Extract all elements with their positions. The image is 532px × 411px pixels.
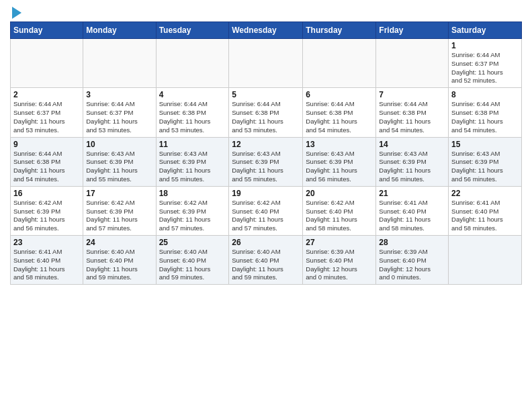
day-info: Sunrise: 6:44 AM Sunset: 6:38 PM Dayligh… [232, 100, 300, 134]
calendar-week-row: 16Sunrise: 6:42 AM Sunset: 6:39 PM Dayli… [11, 186, 522, 235]
day-number: 15 [451, 140, 519, 149]
calendar-cell: 28Sunrise: 6:39 AM Sunset: 6:40 PM Dayli… [376, 236, 449, 285]
day-number: 3 [86, 90, 152, 99]
day-info: Sunrise: 6:40 AM Sunset: 6:40 PM Dayligh… [159, 248, 226, 282]
day-info: Sunrise: 6:44 AM Sunset: 6:38 PM Dayligh… [159, 100, 226, 134]
day-info: Sunrise: 6:44 AM Sunset: 6:38 PM Dayligh… [306, 100, 373, 134]
day-info: Sunrise: 6:44 AM Sunset: 6:37 PM Dayligh… [13, 100, 80, 134]
day-number: 19 [232, 189, 300, 198]
header [10, 7, 522, 19]
calendar-cell: 25Sunrise: 6:40 AM Sunset: 6:40 PM Dayli… [156, 236, 229, 285]
calendar-cell: 1Sunrise: 6:44 AM Sunset: 6:37 PM Daylig… [449, 39, 522, 88]
calendar-cell: 26Sunrise: 6:40 AM Sunset: 6:40 PM Dayli… [229, 236, 303, 285]
day-number: 21 [379, 189, 445, 198]
day-number: 4 [159, 90, 226, 99]
col-header-wednesday: Wednesday [229, 22, 303, 39]
calendar-cell: 23Sunrise: 6:41 AM Sunset: 6:40 PM Dayli… [11, 236, 83, 285]
calendar-cell: 9Sunrise: 6:44 AM Sunset: 6:38 PM Daylig… [11, 137, 83, 186]
calendar-header-row: SundayMondayTuesdayWednesdayThursdayFrid… [11, 22, 522, 39]
day-info: Sunrise: 6:42 AM Sunset: 6:39 PM Dayligh… [159, 199, 226, 233]
calendar-cell: 15Sunrise: 6:43 AM Sunset: 6:39 PM Dayli… [449, 137, 522, 186]
calendar-table: SundayMondayTuesdayWednesdayThursdayFrid… [10, 21, 522, 285]
day-info: Sunrise: 6:43 AM Sunset: 6:39 PM Dayligh… [86, 150, 152, 184]
calendar-cell: 8Sunrise: 6:44 AM Sunset: 6:38 PM Daylig… [449, 88, 522, 137]
calendar-cell [83, 39, 156, 88]
day-number: 20 [306, 189, 373, 198]
logo-arrow-icon [12, 7, 21, 19]
day-number: 16 [13, 189, 80, 198]
day-info: Sunrise: 6:43 AM Sunset: 6:39 PM Dayligh… [379, 150, 445, 184]
day-number: 23 [13, 238, 80, 247]
calendar-cell: 27Sunrise: 6:39 AM Sunset: 6:40 PM Dayli… [303, 236, 376, 285]
day-info: Sunrise: 6:42 AM Sunset: 6:40 PM Dayligh… [232, 199, 300, 233]
calendar-cell: 17Sunrise: 6:42 AM Sunset: 6:39 PM Dayli… [83, 186, 156, 235]
calendar-week-row: 9Sunrise: 6:44 AM Sunset: 6:38 PM Daylig… [11, 137, 522, 186]
calendar-cell: 14Sunrise: 6:43 AM Sunset: 6:39 PM Dayli… [376, 137, 449, 186]
day-info: Sunrise: 6:41 AM Sunset: 6:40 PM Dayligh… [451, 199, 519, 233]
calendar-cell [11, 39, 83, 88]
day-info: Sunrise: 6:44 AM Sunset: 6:38 PM Dayligh… [379, 100, 445, 134]
col-header-sunday: Sunday [11, 22, 83, 39]
day-number: 27 [306, 238, 373, 247]
calendar-cell: 5Sunrise: 6:44 AM Sunset: 6:38 PM Daylig… [229, 88, 303, 137]
day-number: 11 [159, 140, 226, 149]
day-number: 12 [232, 140, 300, 149]
day-number: 28 [379, 238, 445, 247]
col-header-monday: Monday [83, 22, 156, 39]
day-info: Sunrise: 6:43 AM Sunset: 6:39 PM Dayligh… [232, 150, 300, 184]
day-info: Sunrise: 6:39 AM Sunset: 6:40 PM Dayligh… [379, 248, 445, 282]
page-container: SundayMondayTuesdayWednesdayThursdayFrid… [0, 0, 532, 291]
day-number: 6 [306, 90, 373, 99]
calendar-week-row: 1Sunrise: 6:44 AM Sunset: 6:37 PM Daylig… [11, 39, 522, 88]
calendar-cell: 7Sunrise: 6:44 AM Sunset: 6:38 PM Daylig… [376, 88, 449, 137]
calendar-cell: 3Sunrise: 6:44 AM Sunset: 6:37 PM Daylig… [83, 88, 156, 137]
col-header-tuesday: Tuesday [156, 22, 229, 39]
day-number: 24 [86, 238, 152, 247]
day-info: Sunrise: 6:43 AM Sunset: 6:39 PM Dayligh… [306, 150, 373, 184]
day-number: 7 [379, 90, 445, 99]
calendar-cell: 16Sunrise: 6:42 AM Sunset: 6:39 PM Dayli… [11, 186, 83, 235]
day-info: Sunrise: 6:41 AM Sunset: 6:40 PM Dayligh… [379, 199, 445, 233]
calendar-cell: 11Sunrise: 6:43 AM Sunset: 6:39 PM Dayli… [156, 137, 229, 186]
day-number: 1 [451, 41, 519, 50]
day-info: Sunrise: 6:43 AM Sunset: 6:39 PM Dayligh… [451, 150, 519, 184]
col-header-friday: Friday [376, 22, 449, 39]
day-number: 8 [451, 90, 519, 99]
day-info: Sunrise: 6:44 AM Sunset: 6:37 PM Dayligh… [86, 100, 152, 134]
calendar-cell: 12Sunrise: 6:43 AM Sunset: 6:39 PM Dayli… [229, 137, 303, 186]
day-info: Sunrise: 6:42 AM Sunset: 6:39 PM Dayligh… [86, 199, 152, 233]
day-info: Sunrise: 6:42 AM Sunset: 6:39 PM Dayligh… [13, 199, 80, 233]
calendar-cell: 13Sunrise: 6:43 AM Sunset: 6:39 PM Dayli… [303, 137, 376, 186]
day-number: 5 [232, 90, 300, 99]
calendar-cell [156, 39, 229, 88]
calendar-cell [303, 39, 376, 88]
calendar-cell: 6Sunrise: 6:44 AM Sunset: 6:38 PM Daylig… [303, 88, 376, 137]
day-info: Sunrise: 6:40 AM Sunset: 6:40 PM Dayligh… [232, 248, 300, 282]
calendar-week-row: 2Sunrise: 6:44 AM Sunset: 6:37 PM Daylig… [11, 88, 522, 137]
day-info: Sunrise: 6:41 AM Sunset: 6:40 PM Dayligh… [13, 248, 80, 282]
calendar-week-row: 23Sunrise: 6:41 AM Sunset: 6:40 PM Dayli… [11, 236, 522, 285]
col-header-saturday: Saturday [449, 22, 522, 39]
day-info: Sunrise: 6:44 AM Sunset: 6:38 PM Dayligh… [451, 100, 519, 134]
calendar-cell: 24Sunrise: 6:40 AM Sunset: 6:40 PM Dayli… [83, 236, 156, 285]
calendar-cell: 20Sunrise: 6:42 AM Sunset: 6:40 PM Dayli… [303, 186, 376, 235]
day-number: 13 [306, 140, 373, 149]
day-number: 10 [86, 140, 152, 149]
day-number: 25 [159, 238, 226, 247]
day-info: Sunrise: 6:39 AM Sunset: 6:40 PM Dayligh… [306, 248, 373, 282]
day-number: 18 [159, 189, 226, 198]
calendar-cell: 19Sunrise: 6:42 AM Sunset: 6:40 PM Dayli… [229, 186, 303, 235]
day-number: 2 [13, 90, 80, 99]
col-header-thursday: Thursday [303, 22, 376, 39]
calendar-cell: 2Sunrise: 6:44 AM Sunset: 6:37 PM Daylig… [11, 88, 83, 137]
day-number: 17 [86, 189, 152, 198]
day-info: Sunrise: 6:44 AM Sunset: 6:38 PM Dayligh… [13, 150, 80, 184]
day-info: Sunrise: 6:40 AM Sunset: 6:40 PM Dayligh… [86, 248, 152, 282]
calendar-cell [449, 236, 522, 285]
day-number: 26 [232, 238, 300, 247]
logo [10, 7, 21, 19]
calendar-cell: 10Sunrise: 6:43 AM Sunset: 6:39 PM Dayli… [83, 137, 156, 186]
day-number: 14 [379, 140, 445, 149]
calendar-cell [376, 39, 449, 88]
calendar-cell: 18Sunrise: 6:42 AM Sunset: 6:39 PM Dayli… [156, 186, 229, 235]
